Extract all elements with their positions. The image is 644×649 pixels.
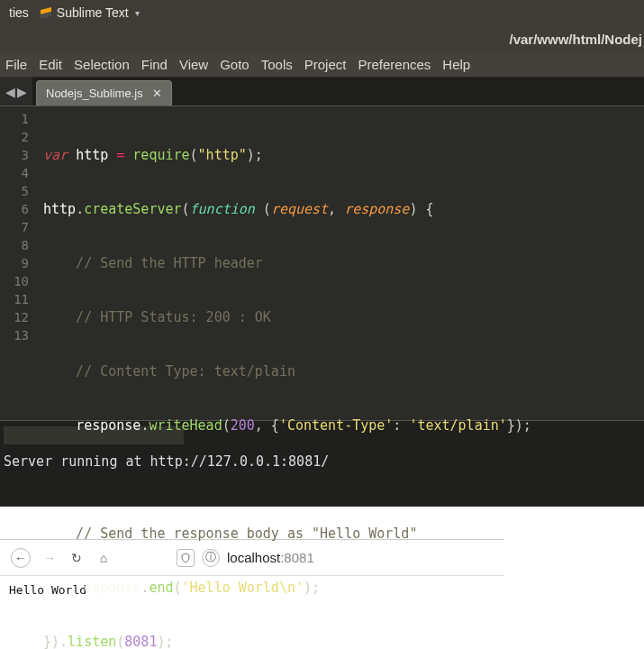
desktop-top-panel: ties Sublime Text ▾	[0, 0, 644, 25]
line-number: 6	[0, 200, 29, 218]
code-line: }).listen(8081);	[43, 633, 644, 649]
menu-edit[interactable]: Edit	[39, 57, 62, 72]
menu-goto[interactable]: Goto	[220, 57, 249, 72]
menu-preferences[interactable]: Preferences	[358, 57, 431, 72]
code-line: response.writeHead(200, {'Content-Type':…	[43, 416, 644, 434]
line-number: 9	[0, 254, 29, 272]
code-line: // Send the HTTP header	[43, 254, 644, 272]
editor[interactable]: 1 2 3 4 5 6 7 8 9 10 11 12 13 var http =…	[0, 106, 644, 420]
window-title: /var/www/html/Nodej	[509, 32, 642, 47]
window-titlebar: /var/www/html/Nodej	[0, 25, 644, 52]
line-number: 11	[0, 290, 29, 308]
menu-find[interactable]: Find	[141, 57, 168, 72]
tab-active[interactable]: Nodejs_Sublime.js ✕	[36, 80, 172, 105]
code-line: var http = require("http");	[43, 146, 644, 164]
code-line	[43, 471, 644, 489]
code-line: // HTTP Status: 200 : OK	[43, 308, 644, 326]
line-number: 1	[0, 110, 29, 128]
code-area[interactable]: var http = require("http"); http.createS…	[38, 106, 644, 420]
tab-prev-icon[interactable]: ◀	[5, 85, 15, 99]
line-number: 12	[0, 308, 29, 326]
menu-project[interactable]: Project	[304, 57, 347, 72]
line-number: 8	[0, 236, 29, 254]
code-line: // Content Type: text/plain	[43, 362, 644, 380]
back-button[interactable]: ←	[11, 548, 31, 568]
line-number: 5	[0, 182, 29, 200]
app-menu-label: Sublime Text	[57, 5, 129, 20]
sublime-icon	[40, 6, 52, 19]
tab-nav-arrows[interactable]: ◀ ▶	[0, 78, 32, 105]
line-number: 7	[0, 218, 29, 236]
panel-activities-truncated[interactable]: ties	[4, 5, 34, 20]
code-line: http.createServer(function (request, res…	[43, 200, 644, 218]
code-line: // Send the response body as "Hello Worl…	[43, 525, 644, 543]
code-line: response.end('Hello World\n');	[43, 579, 644, 597]
menu-tools[interactable]: Tools	[261, 57, 293, 72]
line-number: 3	[0, 146, 29, 164]
menu-view[interactable]: View	[179, 57, 208, 72]
tab-next-icon[interactable]: ▶	[17, 85, 27, 99]
menu-file[interactable]: File	[5, 57, 27, 72]
line-number: 4	[0, 164, 29, 182]
line-number: 10	[0, 272, 29, 290]
close-icon[interactable]: ✕	[152, 87, 162, 100]
gutter: 1 2 3 4 5 6 7 8 9 10 11 12 13	[0, 106, 38, 420]
menu-help[interactable]: Help	[442, 57, 470, 72]
line-number: 2	[0, 128, 29, 146]
menu-selection[interactable]: Selection	[74, 57, 130, 72]
app-menu[interactable]: Sublime Text ▾	[34, 5, 145, 20]
menubar: File Edit Selection Find View Goto Tools…	[0, 52, 644, 78]
chevron-down-icon: ▾	[135, 8, 140, 18]
tabbar: ◀ ▶ Nodejs_Sublime.js ✕	[0, 78, 644, 106]
line-number: 13	[0, 326, 29, 344]
tab-label: Nodejs_Sublime.js	[46, 87, 143, 100]
